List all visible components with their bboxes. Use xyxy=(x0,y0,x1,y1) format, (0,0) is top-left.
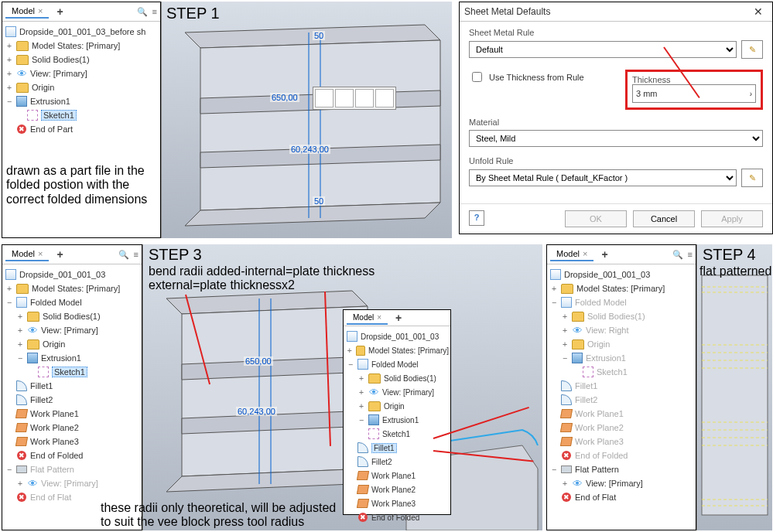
apply-button[interactable]: Apply xyxy=(701,210,763,227)
tree-model-states[interactable]: +Model States: [Primary] xyxy=(550,281,694,295)
tab-model[interactable]: Model× xyxy=(550,247,593,261)
tree-root[interactable]: Dropside_001_001_03_before sh xyxy=(5,25,159,39)
tree-extrusion[interactable]: −Extrusion1 xyxy=(347,413,449,427)
tree-view[interactable]: +👁View: [Primary] xyxy=(5,66,159,80)
use-thickness-checkbox[interactable]: Use Thickness from Rule xyxy=(469,70,584,84)
tree-fillet2[interactable]: Fillet2 xyxy=(550,393,694,407)
sheet-metal-defaults-dialog: Sheet Metal Defaults ✕ Sheet Metal Rule … xyxy=(459,2,773,234)
close-icon[interactable]: × xyxy=(38,249,43,258)
material-select[interactable]: Steel, Mild xyxy=(469,130,763,147)
tree-model-states[interactable]: +Model States: [Primary] xyxy=(5,39,159,53)
tree-folded-model[interactable]: −Folded Model xyxy=(5,295,140,309)
svg-rect-14 xyxy=(702,275,768,515)
tab-model[interactable]: Model× xyxy=(5,247,49,261)
thickness-input[interactable]: 3 mm› xyxy=(632,84,756,103)
tree-origin[interactable]: +Origin xyxy=(347,399,449,413)
dim-tool-1[interactable] xyxy=(315,89,333,107)
menu-icon[interactable]: ≡ xyxy=(688,250,693,260)
ok-button[interactable]: OK xyxy=(565,210,627,227)
label-material: Material xyxy=(469,118,763,127)
tab-add-mini[interactable]: + xyxy=(391,312,406,324)
tree-folded-model[interactable]: −Folded Model xyxy=(550,295,694,309)
tree-end-flat[interactable]: ✖End of Flat xyxy=(550,490,694,504)
tree-sketch[interactable]: Sketch1 xyxy=(5,365,140,379)
close-icon[interactable]: × xyxy=(583,249,587,258)
tree-view-flat[interactable]: +👁View: [Primary] xyxy=(5,476,140,490)
help-button[interactable]: ? xyxy=(469,210,484,226)
tree-origin[interactable]: +Origin xyxy=(5,337,140,351)
tree-view-flat[interactable]: +👁View: [Primary] xyxy=(550,476,694,490)
tree-end-folded[interactable]: ✖End of Folded xyxy=(347,510,449,524)
edit-rule-button[interactable]: ✎ xyxy=(741,40,763,59)
tree-origin[interactable]: +Origin xyxy=(550,337,694,351)
edit-unfold-button[interactable]: ✎ xyxy=(741,169,763,187)
tree-model-states[interactable]: +Model States: [Primary] xyxy=(347,343,449,357)
close-icon[interactable]: ✕ xyxy=(749,5,768,18)
tree-view[interactable]: +👁View: [Primary] xyxy=(5,323,140,337)
tab-add[interactable]: + xyxy=(52,248,67,261)
tree-sketch[interactable]: Sketch1 xyxy=(347,427,449,441)
unfold-rule-select[interactable]: By Sheet Metal Rule ( Default_KFactor ) xyxy=(469,169,737,186)
dim-tool-3[interactable] xyxy=(355,89,374,107)
tree-fillet1[interactable]: Fillet1 xyxy=(550,379,694,393)
tree-solid-bodies[interactable]: +Solid Bodies(1) xyxy=(5,309,140,323)
dim-tool-2[interactable] xyxy=(335,89,354,107)
close-icon[interactable]: × xyxy=(38,6,43,15)
tree-wp2[interactable]: Work Plane2 xyxy=(347,483,449,496)
tree-wp3[interactable]: Work Plane3 xyxy=(347,496,449,510)
tree-wp1[interactable]: Work Plane1 xyxy=(5,407,140,421)
svg-marker-8 xyxy=(182,306,368,476)
tree-end-folded[interactable]: ✖End of Folded xyxy=(5,448,140,462)
use-thickness-input[interactable] xyxy=(472,72,482,82)
tree-fillet1[interactable]: Fillet1 xyxy=(347,441,449,455)
tree-root[interactable]: Dropside_001_001_03 xyxy=(347,329,449,343)
tree-flat-pattern[interactable]: −Flat Pattern xyxy=(5,462,140,476)
tree-wp2[interactable]: Work Plane2 xyxy=(5,421,140,435)
dim-top: 50 xyxy=(313,31,325,40)
menu-icon[interactable]: ≡ xyxy=(152,7,157,17)
search-icon[interactable]: 🔍 xyxy=(118,250,129,260)
tree-fillet2[interactable]: Fillet2 xyxy=(347,455,449,469)
dimension-toolbar[interactable] xyxy=(313,87,396,110)
tree-wp3[interactable]: Work Plane3 xyxy=(5,435,140,448)
tab-add[interactable]: + xyxy=(52,5,67,18)
menu-icon[interactable]: ≡ xyxy=(134,250,139,260)
tree-wp1[interactable]: Work Plane1 xyxy=(550,407,694,421)
sheet-metal-rule-select[interactable]: Default xyxy=(469,41,737,58)
tab-model-mini[interactable]: Model× xyxy=(347,312,388,325)
tree-root[interactable]: Dropside_001_001_03 xyxy=(550,268,694,281)
tab-model[interactable]: Model× xyxy=(5,5,49,19)
dim-tool-4[interactable] xyxy=(375,89,394,107)
tree-solid-bodies[interactable]: +Solid Bodies(1) xyxy=(5,53,159,66)
tab-add[interactable]: + xyxy=(597,248,612,261)
tree-wp1[interactable]: Work Plane1 xyxy=(347,469,449,483)
tree-origin[interactable]: +Origin xyxy=(5,80,159,94)
tree-folded-model[interactable]: −Folded Model xyxy=(347,357,449,371)
tree-root[interactable]: Dropside_001_001_03 xyxy=(5,268,140,281)
tree-wp3[interactable]: Work Plane3 xyxy=(550,435,694,448)
note-step4: flat patterned xyxy=(699,264,771,278)
tree-view[interactable]: +👁View: [Primary] xyxy=(347,385,449,399)
viewport-flat-pattern xyxy=(697,244,772,530)
search-icon[interactable]: 🔍 xyxy=(137,7,148,17)
tree-end-folded[interactable]: ✖End of Folded xyxy=(550,448,694,462)
search-icon[interactable]: 🔍 xyxy=(672,250,683,260)
note-step3b: these radii only theoretical, will be ad… xyxy=(101,501,336,530)
tree-extrusion[interactable]: −Extrusion1 xyxy=(5,351,140,365)
tree-sketch[interactable]: Sketch1 xyxy=(550,365,694,379)
tree-flat-pattern[interactable]: −Flat Pattern xyxy=(550,462,694,476)
tree-wp2[interactable]: Work Plane2 xyxy=(550,421,694,435)
tree-solid-bodies[interactable]: +Solid Bodies(1) xyxy=(347,371,449,385)
dim-upper: 650,00 xyxy=(270,93,299,102)
tree-fillet1[interactable]: Fillet1 xyxy=(5,379,140,393)
tree-end-of-part[interactable]: ✖End of Part xyxy=(5,122,159,136)
tree-extrusion[interactable]: −Extrusion1 xyxy=(5,94,159,108)
tree-view-right[interactable]: +👁View: Right xyxy=(550,323,694,337)
tree-solid-bodies[interactable]: +Solid Bodies(1) xyxy=(550,309,694,323)
tree-sketch[interactable]: Sketch1 xyxy=(5,108,159,122)
tree-model-states[interactable]: +Model States: [Primary] xyxy=(5,281,140,295)
cancel-button[interactable]: Cancel xyxy=(633,210,695,227)
chevron-right-icon[interactable]: › xyxy=(750,90,752,98)
tree-extrusion[interactable]: −Extrusion1 xyxy=(550,351,694,365)
tree-fillet2[interactable]: Fillet2 xyxy=(5,393,140,407)
